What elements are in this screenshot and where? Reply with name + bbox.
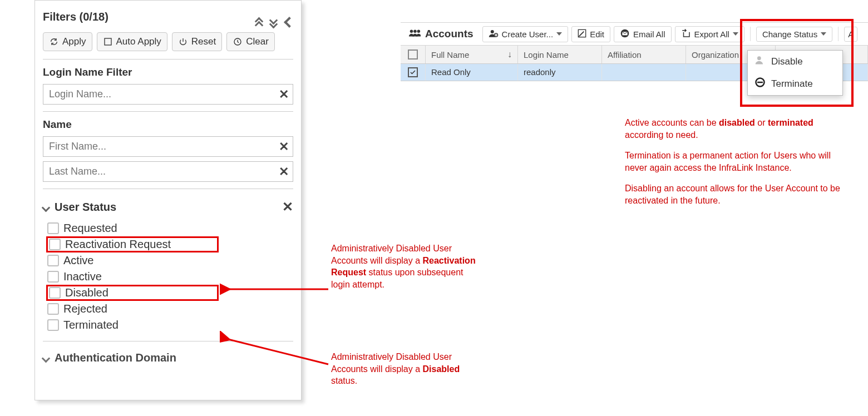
status-label: Rejected	[63, 303, 107, 315]
menu-disable[interactable]: Disable	[748, 51, 842, 72]
edit-button[interactable]: Edit	[571, 26, 610, 42]
user-status-list: Requested Reactivation Request Active In…	[46, 220, 293, 333]
svg-point-5	[490, 30, 494, 33]
more-button[interactable]: A	[844, 27, 857, 42]
checkbox-icon[interactable]	[49, 239, 61, 250]
chevron-down-icon	[43, 351, 49, 364]
cell-full-name: Read Only	[426, 64, 518, 81]
anno-text: status.	[331, 376, 357, 385]
more-label: A	[848, 29, 854, 39]
col-affiliation[interactable]: Affiliation	[602, 46, 686, 63]
auto-apply-label: Auto Apply	[116, 36, 161, 47]
checkbox-icon	[103, 37, 113, 47]
divider	[750, 27, 751, 41]
sort-down-icon: ↓	[507, 49, 512, 60]
checkbox-icon[interactable]	[47, 271, 59, 283]
clear-first-name-icon[interactable]: ✕	[279, 140, 289, 154]
apply-button[interactable]: Apply	[43, 32, 92, 51]
auth-domain-section[interactable]: Authentication Domain	[43, 351, 293, 364]
anno-text: or	[755, 118, 768, 127]
status-label: Reactivation Request	[65, 238, 171, 251]
first-name-input[interactable]	[43, 136, 293, 157]
checkbox-icon[interactable]	[47, 319, 59, 331]
user-status-section[interactable]: User Status ✕	[43, 199, 293, 215]
edit-label: Edit	[590, 29, 604, 39]
anno-text: Disabling an account allows for the User…	[625, 182, 853, 206]
svg-point-4	[417, 30, 421, 33]
col-label: Full Name	[431, 50, 469, 60]
anno-text: terminated	[768, 118, 813, 127]
status-disabled[interactable]: Disabled	[46, 285, 219, 301]
menu-terminate-label: Terminate	[771, 78, 813, 90]
annotation-reactivation: Administratively Disabled User Accounts …	[331, 242, 476, 290]
filters-panel: Filters (0/18) Apply	[34, 0, 302, 400]
checkbox-icon[interactable]	[47, 255, 59, 266]
status-reactivation[interactable]: Reactivation Request	[46, 236, 219, 252]
svg-point-2	[410, 30, 413, 33]
annotation-disabled: Administratively Disabled User Accounts …	[331, 351, 476, 387]
chevron-down-icon	[43, 201, 49, 214]
terminate-icon	[754, 77, 766, 91]
col-full-name[interactable]: Full Name ↓	[426, 46, 518, 63]
status-requested[interactable]: Requested	[46, 220, 293, 236]
reset-button[interactable]: Reset	[172, 32, 222, 51]
clear-label: Clear	[246, 36, 269, 47]
accounts-toolbar: Accounts Create User... Edit Email All	[401, 22, 868, 46]
col-label: Affiliation	[608, 50, 642, 60]
anno-text: Disabled	[423, 364, 460, 374]
status-inactive[interactable]: Inactive	[46, 269, 293, 285]
anno-text: according to need.	[625, 130, 698, 140]
cell-login: readonly	[518, 64, 602, 81]
refresh-icon	[49, 37, 59, 47]
col-label: Organization	[692, 50, 739, 60]
filter-action-row: Apply Auto Apply Reset Clear	[43, 32, 293, 51]
create-user-button[interactable]: Create User...	[482, 26, 569, 42]
change-status-button[interactable]: Change Status	[756, 27, 832, 42]
checkbox-icon[interactable]	[49, 287, 61, 299]
reset-label: Reset	[191, 36, 216, 47]
anno-text: Termination is a permanent action for Us…	[625, 150, 853, 174]
user-plus-icon	[489, 29, 499, 39]
annotation-right: Active accounts can be disabled or termi…	[625, 117, 853, 207]
export-all-label: Export All	[694, 29, 729, 39]
menu-terminate[interactable]: Terminate	[748, 72, 842, 95]
col-login-name[interactable]: Login Name	[518, 46, 602, 63]
name-label: Name	[43, 118, 293, 131]
status-active[interactable]: Active	[46, 252, 293, 269]
divider	[838, 27, 839, 41]
clear-button[interactable]: Clear	[226, 32, 275, 51]
filters-header: Filters (0/18)	[43, 11, 293, 23]
users-icon	[408, 28, 421, 40]
checkbox-icon[interactable]	[47, 222, 59, 234]
change-status-label: Change Status	[762, 29, 817, 39]
status-label: Active	[63, 254, 93, 267]
status-label: Requested	[63, 222, 117, 235]
caret-down-icon	[556, 32, 562, 36]
apply-label: Apply	[62, 36, 86, 47]
clear-last-name-icon[interactable]: ✕	[279, 165, 289, 179]
mail-icon	[620, 29, 630, 39]
clear-login-icon[interactable]: ✕	[279, 87, 289, 102]
svg-rect-0	[105, 38, 111, 45]
user-status-label: User Status	[55, 201, 116, 214]
export-all-button[interactable]: Export All	[675, 26, 744, 42]
login-name-input[interactable]	[43, 84, 293, 105]
row-checkbox[interactable]	[401, 64, 426, 81]
last-name-input[interactable]	[43, 161, 293, 182]
email-all-button[interactable]: Email All	[614, 26, 672, 42]
select-all-checkbox[interactable]	[401, 46, 426, 63]
checkbox-icon[interactable]	[47, 303, 59, 315]
status-label: Terminated	[63, 319, 119, 331]
status-label: Disabled	[65, 286, 108, 299]
export-icon	[681, 29, 691, 39]
auto-apply-button[interactable]: Auto Apply	[97, 32, 167, 51]
create-user-label: Create User...	[502, 29, 554, 39]
accounts-title-text: Accounts	[425, 28, 474, 40]
status-terminated[interactable]: Terminated	[46, 317, 293, 333]
status-rejected[interactable]: Rejected	[46, 301, 293, 317]
email-all-label: Email All	[633, 29, 665, 39]
clear-user-status-icon[interactable]: ✕	[282, 199, 293, 215]
col-label: Login Name	[524, 50, 569, 60]
accounts-title: Accounts	[403, 26, 479, 42]
change-status-menu: Disable Terminate	[747, 50, 843, 96]
